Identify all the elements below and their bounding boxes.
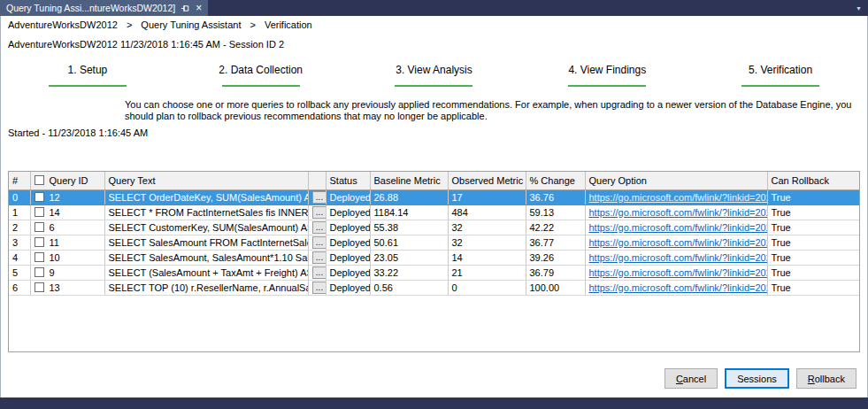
row-checkbox[interactable] [35, 267, 44, 277]
row-number-cell: 2 [9, 220, 30, 235]
row-number-cell: 0 [9, 189, 30, 204]
wizard-step-label: 4. View Findings [568, 64, 646, 76]
col-header-rownum[interactable]: # [9, 172, 30, 189]
session-title: AdventureWorksDW2012 11/23/2018 1:16:45 … [8, 39, 867, 50]
table-row[interactable]: 2 6 SELECT CustomerKey, SUM(SalesAmount)… [9, 220, 860, 235]
query-option-cell: https://go.microsoft.com/fwlink/?linkid=… [585, 280, 767, 295]
col-header-baseline-metric[interactable]: Baseline Metric [370, 172, 448, 189]
col-header-query-id-label: Query ID [50, 175, 88, 186]
query-option-link[interactable]: https://go.microsoft.com/fwlink/?linkid=… [589, 192, 768, 203]
close-icon[interactable]: × [196, 4, 202, 12]
query-option-link[interactable]: https://go.microsoft.com/fwlink/?linkid=… [589, 267, 768, 278]
row-number-cell: 1 [9, 204, 30, 220]
status-cell: Deployed [326, 204, 370, 220]
status-cell: Deployed [326, 235, 370, 250]
wizard-step-underline [568, 85, 646, 87]
query-option-cell: https://go.microsoft.com/fwlink/?linkid=… [585, 220, 767, 235]
query-id-value: 14 [50, 207, 60, 218]
query-text-expand-button[interactable]: ... [312, 236, 326, 249]
query-option-link[interactable]: https://go.microsoft.com/fwlink/?linkid=… [589, 237, 768, 248]
breadcrumb-item-1[interactable]: AdventureWorksDW2012 [8, 19, 118, 30]
wizard-step: 1. Setup [1, 64, 174, 87]
wizard-step-underline [49, 85, 127, 87]
pct-change-cell: 42.22 [526, 220, 585, 235]
can-rollback-cell: True [767, 280, 860, 295]
wizard-step-label: 5. Verification [749, 64, 812, 76]
pct-change-cell: 36.76 [526, 189, 585, 204]
query-text-expand-button[interactable]: ... [312, 191, 326, 204]
baseline-metric-cell: 33.22 [370, 265, 448, 280]
query-text-cell: SELECT * FROM FactInternetSales fis INNE… [104, 204, 308, 220]
query-text-cell: SELECT TOP (10) r.ResellerName, r.Annual… [104, 280, 308, 295]
row-checkbox[interactable] [35, 222, 44, 232]
query-text-cell: SELECT SalesAmount FROM FactInternetSale… [104, 235, 308, 250]
query-text-expand-button[interactable]: ... [312, 221, 326, 234]
col-header-status[interactable]: Status [326, 172, 370, 189]
baseline-metric-cell: 26.88 [370, 189, 448, 204]
row-checkbox[interactable] [35, 237, 44, 247]
row-checkbox[interactable] [35, 192, 44, 202]
breadcrumb: AdventureWorksDW2012>Query Tuning Assist… [1, 16, 867, 30]
col-header-observed-metric[interactable]: Observed Metric [448, 172, 526, 189]
query-id-value: 9 [50, 267, 55, 278]
breadcrumb-item-2[interactable]: Query Tuning Assistant [141, 19, 241, 30]
can-rollback-cell: True [767, 204, 860, 220]
observed-metric-cell: 0 [448, 280, 526, 295]
table-row[interactable]: 4 10 SELECT SalesAmount, SalesAmount*1.1… [9, 250, 860, 265]
results-table: # Query ID Query Text Status Baseline Me… [9, 172, 860, 296]
table-row[interactable]: 5 9 SELECT (SalesAmount + TaxAmt + Freig… [9, 265, 860, 280]
table-row[interactable]: 3 11 SELECT SalesAmount FROM FactInterne… [9, 235, 860, 250]
wizard-step-underline [741, 85, 819, 87]
row-number-cell: 3 [9, 235, 30, 250]
document-tab[interactable]: Query Tuning Assi...ntureWorksDW2012] × [0, 0, 208, 16]
table-row[interactable]: 1 14 SELECT * FROM FactInternetSales fis… [9, 204, 860, 220]
observed-metric-cell: 484 [448, 204, 526, 220]
breadcrumb-separator: > [127, 19, 132, 30]
query-option-link[interactable]: https://go.microsoft.com/fwlink/?linkid=… [589, 222, 768, 233]
query-text-expand-button[interactable]: ... [312, 282, 326, 294]
pct-change-cell: 59.13 [526, 204, 585, 220]
ellipsis-cell: ... [308, 250, 326, 265]
query-id-value: 12 [50, 192, 60, 203]
pin-icon[interactable] [181, 4, 189, 12]
query-id-cell: 10 [30, 250, 104, 265]
col-header-query-id[interactable]: Query ID [30, 172, 104, 189]
query-text-expand-button[interactable]: ... [312, 206, 326, 219]
ellipsis-cell: ... [308, 189, 326, 204]
row-number-cell: 5 [9, 265, 30, 280]
query-id-value: 13 [50, 282, 60, 293]
col-header-query-text[interactable]: Query Text [104, 172, 308, 189]
pct-change-cell: 36.79 [526, 265, 585, 280]
cancel-button[interactable]: Cancel [664, 368, 718, 389]
table-body: 0 12 SELECT OrderDateKey, SUM(SalesAmoun… [9, 189, 860, 295]
row-checkbox[interactable] [35, 282, 44, 292]
query-id-value: 10 [50, 252, 60, 263]
select-all-checkbox[interactable] [35, 175, 44, 185]
query-option-cell: https://go.microsoft.com/fwlink/?linkid=… [585, 235, 767, 250]
status-cell: Deployed [326, 189, 370, 204]
wizard-step-label: 1. Setup [68, 64, 108, 76]
can-rollback-cell: True [767, 189, 860, 204]
dropdown-caret-icon[interactable]: ▼ [856, 5, 868, 12]
query-text-expand-button[interactable]: ... [312, 251, 326, 264]
rollback-button[interactable]: Rollback [796, 368, 856, 389]
query-text-expand-button[interactable]: ... [312, 266, 326, 279]
query-option-cell: https://go.microsoft.com/fwlink/?linkid=… [585, 189, 767, 204]
row-checkbox[interactable] [35, 207, 44, 217]
breadcrumb-item-3: Verification [265, 19, 312, 30]
table-row[interactable]: 6 13 SELECT TOP (10) r.ResellerName, r.A… [9, 280, 860, 295]
results-grid: # Query ID Query Text Status Baseline Me… [8, 171, 860, 352]
tab-title: Query Tuning Assi...ntureWorksDW2012] [6, 3, 175, 13]
col-header-query-option[interactable]: Query Option [585, 172, 767, 189]
status-cell: Deployed [326, 280, 370, 295]
query-option-link[interactable]: https://go.microsoft.com/fwlink/?linkid=… [589, 282, 768, 293]
table-row[interactable]: 0 12 SELECT OrderDateKey, SUM(SalesAmoun… [9, 189, 860, 204]
sessions-button[interactable]: Sessions [725, 368, 789, 389]
query-option-link[interactable]: https://go.microsoft.com/fwlink/?linkid=… [589, 252, 768, 263]
query-id-cell: 11 [30, 235, 104, 250]
query-option-link[interactable]: https://go.microsoft.com/fwlink/?linkid=… [589, 207, 768, 218]
col-header-ellipsis [308, 172, 326, 189]
col-header-can-rollback[interactable]: Can Rollback [767, 172, 860, 189]
row-checkbox[interactable] [35, 252, 44, 262]
col-header-pct-change[interactable]: % Change [526, 172, 585, 189]
